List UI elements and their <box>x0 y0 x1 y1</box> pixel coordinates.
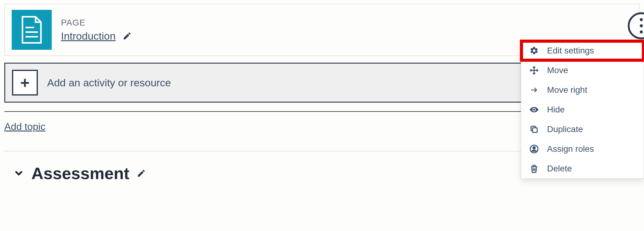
menu-item-duplicate[interactable]: Duplicate <box>521 119 644 139</box>
menu-item-label: Move <box>547 65 568 75</box>
menu-item-label: Assign roles <box>547 144 594 154</box>
menu-item-move-right[interactable]: Move right <box>521 80 644 100</box>
add-activity-label: Add an activity or resource <box>47 77 171 89</box>
svg-point-5 <box>533 147 535 149</box>
duplicate-icon <box>529 125 540 134</box>
pencil-icon[interactable] <box>137 169 146 178</box>
svg-rect-3 <box>533 128 537 132</box>
user-icon <box>529 144 540 154</box>
menu-item-edit-settings[interactable]: Edit settings <box>521 41 644 61</box>
menu-item-label: Hide <box>547 105 565 115</box>
arrow-right-icon <box>529 85 540 95</box>
eye-icon <box>529 105 540 114</box>
section-title: Assessment <box>31 164 129 183</box>
gear-icon <box>529 46 540 55</box>
kebab-icon <box>640 18 643 33</box>
trash-icon <box>529 164 540 173</box>
chevron-down-icon <box>14 168 24 178</box>
activity-type-label: PAGE <box>61 18 132 28</box>
menu-item-hide[interactable]: Hide <box>521 100 644 119</box>
pencil-icon[interactable] <box>123 31 132 41</box>
menu-item-label: Duplicate <box>547 124 583 134</box>
page-activity-icon <box>12 10 52 50</box>
menu-item-label: Delete <box>547 164 572 174</box>
actions-menu: Edit settingsMoveMove rightHideDuplicate… <box>521 41 644 179</box>
menu-item-assign-roles[interactable]: Assign roles <box>521 139 644 159</box>
menu-item-label: Edit settings <box>547 46 594 56</box>
move-icon <box>529 66 540 75</box>
activity-title-link[interactable]: Introduction <box>61 30 116 42</box>
add-topic-link[interactable]: Add topic <box>4 121 45 132</box>
menu-item-delete[interactable]: Delete <box>521 159 644 178</box>
plus-icon: + <box>12 70 38 96</box>
menu-item-label: Move right <box>547 85 587 95</box>
menu-item-move[interactable]: Move <box>521 61 644 80</box>
